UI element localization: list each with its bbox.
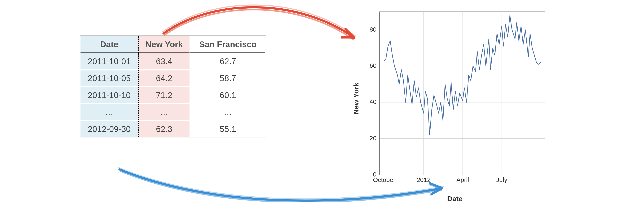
cell-date: …: [80, 104, 138, 120]
cell-ny: 64.2: [138, 70, 190, 86]
arrow-red-icon: [151, 0, 371, 61]
cell-sf: 58.7: [190, 70, 266, 86]
cell-date: 2011-10-10: [80, 87, 138, 103]
cell-sf: 60.1: [190, 87, 266, 103]
table-row: 2012-09-30 62.3 55.1: [80, 121, 266, 137]
col-header-date: Date: [80, 36, 138, 53]
cell-date: 2012-09-30: [80, 121, 138, 137]
table-row: … … …: [80, 104, 266, 120]
cell-date: 2011-10-01: [80, 53, 138, 69]
table-row: 2011-10-05 64.2 58.7: [80, 70, 266, 86]
cell-ny: 71.2: [138, 87, 190, 103]
svg-text:60: 60: [370, 62, 376, 69]
arrow-blue-icon: [107, 159, 463, 202]
cell-sf: 55.1: [190, 121, 266, 137]
svg-text:July: July: [496, 176, 507, 183]
svg-text:40: 40: [370, 98, 376, 105]
cell-date: 2011-10-05: [80, 70, 138, 86]
svg-text:20: 20: [370, 135, 376, 142]
table-row: 2011-10-10 71.2 60.1: [80, 87, 266, 103]
svg-rect-18: [380, 12, 545, 175]
cell-ny: …: [138, 104, 190, 120]
cell-sf: …: [190, 104, 266, 120]
chart-y-axis-label: New York: [352, 83, 360, 114]
cell-ny: 62.3: [138, 121, 190, 137]
